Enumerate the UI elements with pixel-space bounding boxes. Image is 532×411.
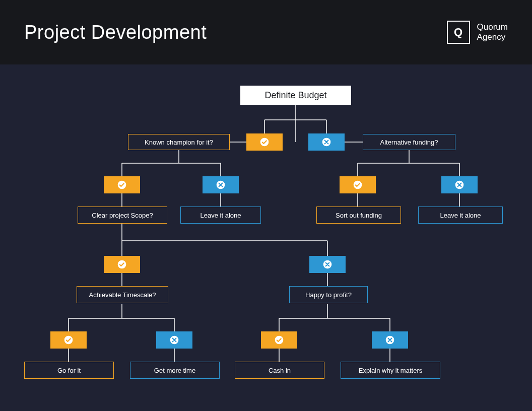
chip-profit-yes (261, 331, 297, 349)
node-explain-matters: Explain why it matters (341, 362, 440, 379)
chip-definite-yes (246, 133, 283, 151)
node-alt-funding-question: Alternative funding? (363, 134, 455, 150)
brand: Q Quorum Agency (447, 21, 508, 44)
chip-definite-no (308, 133, 345, 151)
chip-champion-no (203, 176, 239, 193)
brand-text: Quorum Agency (477, 22, 508, 42)
node-sort-funding: Sort out funding (316, 207, 401, 224)
node-timescale-question: Achievable Timescale? (77, 286, 168, 303)
check-icon (353, 180, 363, 190)
chip-timescale-no (156, 331, 192, 349)
chip-scope-no (309, 256, 346, 273)
chip-altfund-yes (340, 176, 376, 193)
brand-logo: Q (447, 21, 470, 44)
brand-line2: Agency (477, 32, 508, 42)
cross-icon (169, 335, 179, 345)
chip-champion-yes (104, 176, 140, 193)
node-leave-alone-1: Leave it alone (180, 207, 261, 224)
brand-line1: Quorum (477, 22, 508, 32)
check-icon (117, 180, 127, 190)
cross-icon (385, 335, 395, 345)
node-clear-scope-question: Clear project Scope? (78, 207, 167, 224)
check-icon (259, 137, 270, 147)
node-champion-question: Known champion for it? (128, 134, 230, 150)
node-root: Definite Budget (240, 86, 351, 105)
brand-logo-letter: Q (454, 26, 462, 39)
node-go-for-it: Go for it (24, 362, 114, 379)
check-icon (117, 259, 127, 269)
node-get-more-time: Get more time (130, 362, 220, 379)
chip-altfund-no (441, 176, 478, 193)
header: Project Development Q Quorum Agency (0, 0, 532, 64)
cross-icon (321, 137, 331, 147)
chip-profit-no (372, 331, 408, 349)
chip-scope-yes (104, 256, 140, 273)
connectors (0, 64, 532, 411)
page: Project Development Q Quorum Agency (0, 0, 532, 411)
chip-timescale-yes (50, 331, 87, 349)
check-icon (63, 335, 74, 345)
node-leave-alone-2: Leave it alone (418, 207, 503, 224)
cross-icon (454, 180, 464, 190)
cross-icon (322, 259, 332, 269)
page-title: Project Development (24, 22, 207, 43)
node-cash-in: Cash in (235, 362, 324, 379)
cross-icon (216, 180, 226, 190)
diagram: Definite Budget Known champion for it? A… (0, 64, 532, 411)
node-happy-profit-question: Happy to profit? (289, 286, 368, 303)
check-icon (274, 335, 284, 345)
